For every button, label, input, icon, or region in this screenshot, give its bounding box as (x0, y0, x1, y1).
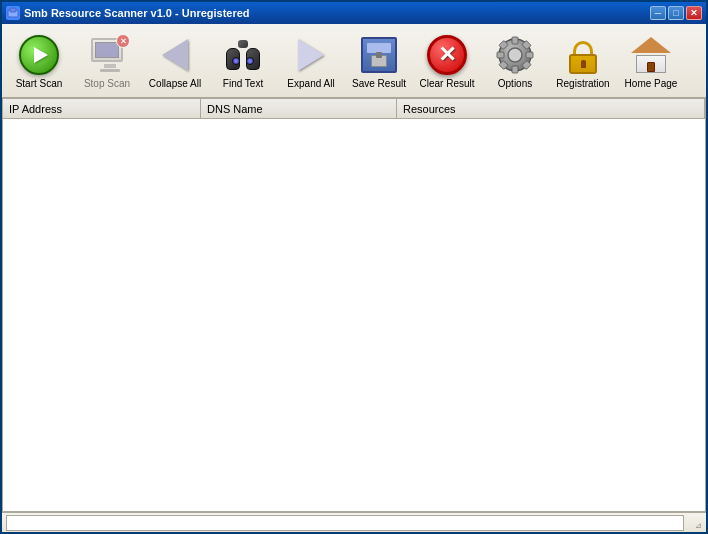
binoculars-icon (224, 38, 262, 72)
lock-keyhole (581, 60, 586, 68)
collapse-all-label: Collapse All (149, 78, 201, 90)
options-icon-wrap (494, 34, 536, 76)
home-page-label: Home Page (625, 78, 678, 90)
main-window: Smb Resource Scanner v1.0 - Unregistered… (0, 0, 708, 534)
options-button[interactable]: Options (482, 29, 548, 93)
svg-rect-5 (512, 66, 518, 73)
x-mark: ✕ (438, 44, 456, 66)
col-ip-label: IP Address (9, 103, 62, 115)
stop-scan-label: Stop Scan (84, 78, 130, 90)
start-scan-icon-wrap (18, 34, 60, 76)
house-door (647, 62, 655, 72)
floppy-disk-icon (361, 37, 397, 73)
start-scan-button[interactable]: Start Scan (6, 29, 72, 93)
svg-point-3 (508, 48, 522, 62)
bino-lens-right (246, 57, 254, 65)
stop-scan-icon: ✕ (88, 38, 126, 72)
collapse-all-icon-wrap (154, 34, 196, 76)
svg-rect-7 (526, 52, 533, 58)
stop-scan-icon-wrap: ✕ (86, 34, 128, 76)
monitor-screen (95, 42, 119, 58)
title-bar: Smb Resource Scanner v1.0 - Unregistered… (2, 2, 706, 24)
expand-all-button[interactable]: Expand All (278, 29, 344, 93)
app-icon (6, 6, 20, 20)
col-header-ip: IP Address (3, 99, 201, 118)
find-text-icon-wrap (222, 34, 264, 76)
close-button[interactable]: ✕ (686, 6, 702, 20)
clear-result-icon: ✕ (427, 35, 467, 75)
lock-body (569, 54, 597, 74)
save-result-button[interactable]: Save Result (346, 29, 412, 93)
expand-all-icon-wrap (290, 34, 332, 76)
expand-all-icon (292, 38, 330, 72)
col-resources-label: Resources (403, 103, 456, 115)
start-scan-label: Start Scan (16, 78, 63, 90)
main-content: IP Address DNS Name Resources (2, 98, 706, 512)
table-area[interactable] (3, 119, 705, 511)
minimize-button[interactable]: ─ (650, 6, 666, 20)
col-header-resources: Resources (397, 99, 705, 118)
clear-result-button[interactable]: ✕ Clear Result (414, 29, 480, 93)
registration-label: Registration (556, 78, 609, 90)
status-panel (6, 515, 684, 531)
bino-right (246, 48, 260, 70)
lock-icon (565, 36, 601, 74)
options-label: Options (498, 78, 532, 90)
size-grip-icon: ⊿ (695, 522, 702, 530)
find-text-label: Find Text (223, 78, 263, 90)
monitor-stand (104, 64, 116, 68)
title-buttons: ─ □ ✕ (650, 6, 702, 20)
svg-rect-1 (10, 8, 16, 12)
clear-result-label: Clear Result (419, 78, 474, 90)
floppy-metal (371, 55, 387, 67)
bino-top (238, 40, 248, 48)
floppy-slot (376, 52, 382, 58)
size-grip: ⊿ (688, 516, 702, 530)
home-page-icon-wrap (630, 34, 672, 76)
collapse-all-button[interactable]: Collapse All (142, 29, 208, 93)
registration-button[interactable]: Registration (550, 29, 616, 93)
svg-rect-4 (512, 37, 518, 44)
svg-rect-6 (497, 52, 504, 58)
house-roof (631, 37, 671, 53)
save-result-label: Save Result (352, 78, 406, 90)
toolbar: Start Scan ✕ Stop Scan (2, 24, 706, 98)
gear-icon (496, 36, 534, 74)
house-icon (632, 37, 670, 73)
registration-icon-wrap (562, 34, 604, 76)
column-headers: IP Address DNS Name Resources (3, 99, 705, 119)
stop-scan-button[interactable]: ✕ Stop Scan (74, 29, 140, 93)
bino-left (226, 48, 240, 70)
title-bar-left: Smb Resource Scanner v1.0 - Unregistered (6, 6, 250, 20)
lock-shackle (573, 41, 593, 55)
play-triangle (34, 47, 48, 63)
expand-all-label: Expand All (287, 78, 334, 90)
col-header-dns: DNS Name (201, 99, 397, 118)
save-result-icon-wrap (358, 34, 400, 76)
stop-x-badge: ✕ (116, 34, 130, 48)
home-page-button[interactable]: Home Page (618, 29, 684, 93)
window-title: Smb Resource Scanner v1.0 - Unregistered (24, 7, 250, 19)
find-text-button[interactable]: Find Text (210, 29, 276, 93)
house-body (636, 55, 666, 73)
left-arrow-icon (162, 39, 188, 71)
start-scan-icon (19, 35, 59, 75)
clear-result-icon-wrap: ✕ (426, 34, 468, 76)
collapse-all-icon (156, 38, 194, 72)
maximize-button[interactable]: □ (668, 6, 684, 20)
col-dns-label: DNS Name (207, 103, 263, 115)
monitor-base (100, 69, 120, 72)
status-bar: ⊿ (2, 512, 706, 532)
bino-lens-left (232, 57, 240, 65)
right-arrow-icon (298, 39, 324, 71)
